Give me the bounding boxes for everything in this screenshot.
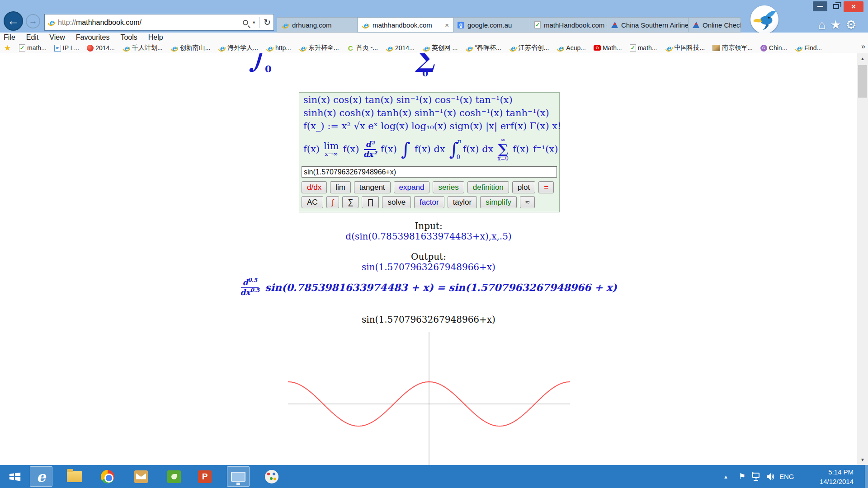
tab-close-icon[interactable]: ×: [445, 21, 449, 29]
taskbar-item-outlook[interactable]: [130, 466, 152, 487]
favorite-item[interactable]: C首页 -...: [347, 44, 378, 52]
tab-online-check-in[interactable]: Online Check-in: [688, 17, 741, 33]
menu-tools[interactable]: Tools: [120, 33, 137, 42]
favorite-item[interactable]: e中国科技...: [665, 44, 705, 52]
favorites-star-icon[interactable]: ★: [830, 18, 841, 32]
calc-button-[interactable]: ∫: [326, 196, 340, 208]
favorite-item[interactable]: IPIP L...: [54, 44, 79, 52]
favorite-item[interactable]: ★: [4, 44, 11, 52]
scroll-down-arrow[interactable]: ▼: [857, 455, 868, 465]
clock[interactable]: 5:14 PM 14/12/2014: [808, 465, 854, 488]
ie-icon: e: [170, 44, 178, 52]
calc-button-series[interactable]: series: [433, 181, 464, 193]
favorite-item[interactable]: 2014...: [87, 44, 115, 52]
url-text[interactable]: http://mathhandbook.com/: [58, 19, 243, 27]
language-indicator[interactable]: ENG: [779, 465, 794, 488]
tab-label: drhuang.com: [292, 21, 332, 29]
tab-drhuang-com[interactable]: edrhuang.com: [277, 17, 357, 33]
clipped-integral-glyph: ∫: [250, 53, 265, 74]
expression-input[interactable]: [302, 166, 557, 178]
tray-expand-icon[interactable]: ▲: [723, 465, 728, 488]
search-icon[interactable]: [243, 20, 248, 25]
taskbar-item-internet-explorer[interactable]: e: [30, 466, 52, 487]
favorite-label: 2014...: [95, 44, 115, 52]
taskbar-item-display-app[interactable]: [227, 466, 250, 487]
menu-help[interactable]: Help: [148, 33, 163, 42]
favorite-item[interactable]: eAcup...: [557, 44, 586, 52]
home-icon[interactable]: ⌂: [818, 18, 826, 32]
menu-edit[interactable]: Edit: [26, 33, 39, 42]
taskbar-item-app-green[interactable]: [163, 466, 185, 487]
tab-google-com-au[interactable]: ggoogle.com.au: [453, 17, 530, 33]
refresh-icon[interactable]: ↻: [264, 17, 271, 28]
back-button[interactable]: ←: [4, 11, 23, 31]
favorite-item[interactable]: e创新南山...: [170, 44, 211, 52]
taskbar-item-paint-palette[interactable]: [260, 466, 283, 487]
scroll-up-arrow[interactable]: ▲: [857, 53, 868, 64]
back-icon: ←: [8, 14, 19, 28]
calc-button-[interactable]: ≈: [520, 196, 535, 208]
calc-button-solve[interactable]: solve: [382, 196, 411, 208]
menu-file[interactable]: File: [4, 33, 15, 42]
favorites-bar: ★✓math...IPIP L...2014...e千人计划...e创新南山..…: [4, 43, 822, 52]
tab-mathhandbook-com[interactable]: emathhandbook.com×: [357, 17, 453, 33]
tab-label: mathhandbook.com: [373, 21, 432, 29]
forward-button[interactable]: →: [26, 14, 40, 28]
action-center-flag-icon[interactable]: ⚑: [739, 465, 745, 488]
doc-icon: ✓: [19, 44, 25, 52]
calculus-operators-line: f(x) lim x→∞ f(x) d² dx² f(x) ∫ f(x) dx …: [303, 134, 558, 164]
taskbar-item-file-explorer[interactable]: [63, 466, 86, 487]
gear-icon[interactable]: ⚙: [846, 18, 857, 32]
favorite-item[interactable]: ehttp...: [266, 44, 291, 52]
favorite-item[interactable]: eFind...: [795, 44, 822, 52]
favorite-item[interactable]: CChin...: [760, 44, 787, 52]
calc-button-simplify[interactable]: simplify: [480, 196, 517, 208]
calc-button-[interactable]: ∑: [342, 196, 359, 208]
start-button[interactable]: [4, 466, 26, 487]
calc-button-AC[interactable]: AC: [302, 196, 323, 208]
chevron-down-icon[interactable]: ▼: [252, 20, 256, 25]
tab-china-southern-airline-[interactable]: China Southern Airline...: [607, 17, 688, 33]
calc-button-plot[interactable]: plot: [512, 181, 535, 193]
favorite-item[interactable]: ✓math...: [19, 44, 47, 52]
calc-button-tangent[interactable]: tangent: [354, 181, 391, 193]
calc-button-definition[interactable]: definition: [467, 181, 509, 193]
calc-button-expand[interactable]: expand: [394, 181, 430, 193]
menu-view[interactable]: View: [49, 33, 65, 42]
favorite-label: Find...: [804, 44, 822, 52]
scrollbar-thumb[interactable]: [858, 65, 867, 98]
calc-button-lim[interactable]: lim: [330, 181, 351, 193]
favorite-item[interactable]: e2014...: [386, 44, 415, 52]
calc-button-taylor[interactable]: taylor: [448, 196, 477, 208]
address-bar[interactable]: e http://mathhandbook.com/ ▼ ↻: [44, 14, 274, 31]
fractional-derivative-operator: d0.5 dx0.5: [240, 278, 259, 296]
vertical-scrollbar[interactable]: ▲ ▼: [857, 53, 868, 465]
favorite-item[interactable]: ✓math...: [630, 44, 657, 52]
favorite-item[interactable]: e千人计划...: [123, 44, 163, 52]
calc-button-[interactable]: ∏: [362, 196, 379, 208]
taskbar-item-powerpoint[interactable]: P: [193, 466, 216, 487]
menu-favourites[interactable]: Favourites: [76, 33, 110, 42]
show-desktop-button[interactable]: [865, 465, 868, 488]
favorite-item[interactable]: OMath...: [594, 44, 622, 52]
calc-button-factor[interactable]: factor: [414, 196, 444, 208]
favorite-item[interactable]: e“春晖杯...: [465, 44, 501, 52]
calc-button-ddx[interactable]: d/dx: [302, 181, 327, 193]
url-protocol: http://: [58, 19, 76, 26]
favorites-overflow-chevron[interactable]: »: [861, 42, 865, 51]
network-icon[interactable]: [751, 465, 761, 488]
favorite-item[interactable]: e海外学人...: [218, 44, 258, 52]
favorite-item[interactable]: e江苏省创...: [509, 44, 549, 52]
taskbar-item-chrome[interactable]: [96, 466, 119, 487]
minimize-button[interactable]: [813, 1, 827, 11]
favorite-item[interactable]: e英创网 ...: [422, 44, 458, 52]
favorite-label: 中国科技...: [675, 44, 705, 52]
close-button[interactable]: ×: [844, 1, 863, 12]
volume-icon[interactable]: [766, 465, 776, 488]
definite-integral-icon: ∫ 0 π: [449, 140, 459, 158]
favorite-item[interactable]: e东升杯全...: [299, 44, 339, 52]
favorite-item[interactable]: 南京领军...: [712, 44, 753, 52]
restore-button[interactable]: [830, 1, 842, 11]
calc-button-[interactable]: =: [538, 181, 554, 193]
tab-mathhandbook-com-[interactable]: ✓mathHandbook.com -...: [530, 17, 607, 33]
